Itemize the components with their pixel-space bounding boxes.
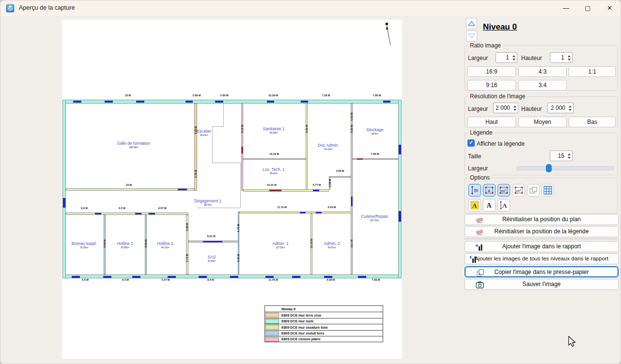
window-segment [358,276,366,278]
option-overlap-button[interactable] [527,184,540,197]
resolution-high-button[interactable]: Haut [467,117,516,127]
dimension-label: 6.58 M [327,278,335,281]
legend-group: Légende Afficher la légende Taille 15 La… [465,133,618,175]
save-image-button[interactable]: Sauver l'image [465,279,619,290]
dimension-label: 4.46 M [186,223,188,231]
window-segment [267,101,274,103]
action-label: Réinitialiser la position de la légende [465,227,618,237]
spinner-arrows-icon[interactable] [511,53,517,62]
option-grid-button[interactable] [542,184,554,197]
maximize-button[interactable]: ▢ [577,0,599,16]
resolution-height-spinner[interactable]: 2 000 [547,103,574,113]
close-button[interactable]: ✕ [599,0,621,16]
room-label: Doc Admin.92.22m² [318,143,339,151]
legend-row: E809 DCE mur ossature bois [265,324,383,330]
minimize-button[interactable]: — [555,0,577,16]
reset-legend-position-button[interactable]: Réinitialiser la position de la légende [465,226,619,237]
door-segment [357,158,363,160]
room-area: 63.85m² [117,246,133,249]
wall-stair [197,208,241,208]
option-text-color-button[interactable]: A [483,199,496,212]
spinner-arrows-icon[interactable] [566,151,572,161]
ratio-height-spinner[interactable]: 1 [550,52,573,63]
option-room-area-button[interactable]: m² [497,184,510,197]
ratio-4-3-button[interactable]: 4:3 [518,66,567,77]
room-name: Admin. 1 [272,241,289,246]
dimension-label: 6.57 M [158,207,167,210]
ratio-9-16-button[interactable]: 9:16 [467,80,516,91]
room-volume-m3-icon: m³ [514,185,524,195]
option-room-name-button[interactable]: a [483,184,496,197]
legend-entry-label: E809 DCE mur terre crue [281,314,321,317]
window-segment [168,276,176,278]
legend-size-label: Taille [468,153,481,160]
room-name: Hotline 1 [117,241,133,246]
level-down-button[interactable] [466,30,477,42]
action-label: Réinitialiser la position du plan [465,214,618,225]
plan-preview-canvas[interactable]: Salle de formation288.69m²Escalier28.24m… [62,20,402,359]
add-all-levels-to-report-button[interactable]: Ajouter les images de tous les niveaux d… [465,253,619,264]
option-room-volume-button[interactable]: m³ [512,184,525,197]
resolution-medium-button[interactable]: Moyen [518,117,567,127]
room-name: Loc. Tech. 1 [263,167,285,172]
door-segment [241,147,243,153]
resolution-height-label: Hauteur [521,106,542,112]
resolution-low-button[interactable]: Bas [569,117,616,127]
dimension-label: 5.49 M [237,254,240,262]
spinner-arrows-icon[interactable] [512,103,518,113]
wall-stair [212,163,240,163]
copy-image-to-clipboard-button[interactable]: Copier l'image dans le presse-papier [465,266,619,277]
ratio-16-9-button[interactable]: 16:9 [467,66,516,77]
ratio-width-spinner[interactable]: 1 [496,52,517,63]
legend-color-swatch [265,325,279,330]
overlap-walls-icon [528,185,538,195]
legend-color-swatch [265,319,279,324]
spinner-arrows-icon[interactable] [567,103,573,113]
ratio-width-label: Largeur [468,55,488,61]
dimension-label: 8.95 M [305,125,308,133]
slider-thumb[interactable] [546,164,552,172]
option-dimension-length-button[interactable]: m [468,184,481,197]
ratio-height-value: 1 [550,53,566,62]
room-area: 90.29m² [263,132,285,134]
window-segment [300,212,306,213]
ratio-1-1-button[interactable]: 1:1 [569,66,616,77]
report-add-all-icon [469,255,478,263]
dimension-label: 11.79 M [277,206,287,209]
add-image-to-report-button[interactable]: Ajouter l'image dans le rapport [465,241,619,252]
legend-width-slider[interactable] [516,166,614,170]
legend-row: E809 DCE cloison platre [265,336,383,342]
window-segment [95,213,101,214]
action-label: Ajouter l'image dans le rapport [465,242,618,252]
window-segment [199,276,207,278]
show-legend-checkbox[interactable] [467,139,475,147]
ratio-3-4-button[interactable]: 3:4 [518,80,567,91]
svg-text:a: a [488,188,490,193]
panel-separator [465,239,619,239]
room-label: Dégagement 1283.5m² [194,198,221,206]
dimension-label: 6.6 M [81,207,88,210]
legend-row: E809 DCE mur enduit terre [265,330,383,336]
dimension-label: 6.5 M [122,278,129,281]
option-text-background-button[interactable]: A [468,199,481,212]
room-name: Dégagement 1 [194,198,221,203]
window-segment [301,101,308,103]
room-area: 28.24m² [197,134,211,136]
reset-plan-position-button[interactable]: Réinitialiser la position du plan [465,214,619,225]
spinner-arrows-icon[interactable] [566,53,572,62]
wall-bois [66,212,188,215]
dimension-label: 1.98 M [328,179,331,187]
camera-icon [476,281,484,289]
resolution-width-spinner[interactable]: 2 000 [493,103,518,113]
room-name: Salle de formation [117,141,151,146]
legend-row: E809 DCE mur terre crue [265,312,383,318]
room-area: 49.42m² [263,172,285,175]
dimension-label: 3.66 M [336,169,344,172]
window-segment [136,101,144,103]
copy-icon [476,269,484,277]
level-up-button[interactable] [466,18,477,29]
option-text-height-button[interactable]: A [497,199,510,212]
legend-size-spinner[interactable]: 15 [550,151,573,161]
text-background-color-icon: A [470,200,480,210]
control-panel: Niveau 0 Ratio image Largeur 1 Hauteur 1… [465,17,619,361]
